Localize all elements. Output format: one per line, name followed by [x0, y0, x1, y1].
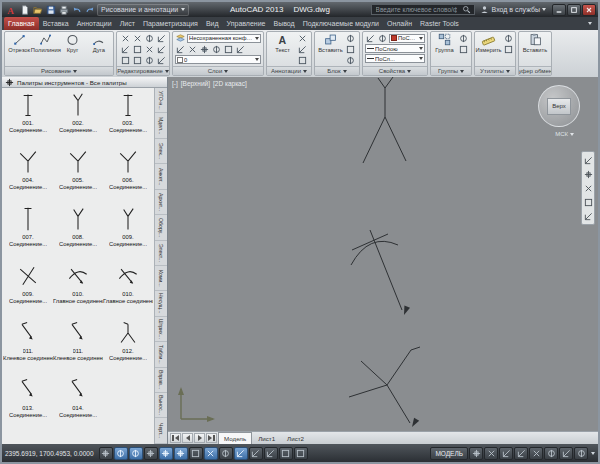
draw-tool-button[interactable]: Отрезок	[7, 33, 31, 53]
palette-item[interactable]: 010.Главное соединение 2	[103, 261, 153, 318]
first-layout-button[interactable]	[170, 433, 181, 443]
layout-tab[interactable]: Лист2	[281, 432, 310, 444]
layout-tab[interactable]: Модель	[218, 432, 252, 444]
modify-tool-icon[interactable]	[120, 44, 131, 54]
ribbon-tab[interactable]: Главная	[4, 17, 39, 30]
status-utility-icon[interactable]	[529, 447, 543, 460]
next-layout-button[interactable]	[194, 433, 205, 443]
navbar-tool-icon[interactable]	[583, 169, 594, 179]
palette-item[interactable]: 007.Соединение...	[3, 204, 53, 261]
palette-item[interactable]: 011.Клеевое соединение 2	[53, 318, 103, 375]
panel-label-annotation[interactable]: Аннотации	[267, 66, 311, 75]
palette-group-tab[interactable]: Несущ...	[155, 291, 167, 316]
ortho-toggle[interactable]	[144, 447, 158, 460]
navbar-tool-icon[interactable]	[583, 155, 594, 165]
open-button[interactable]	[31, 4, 44, 16]
layer-tool-icon[interactable]	[223, 44, 234, 54]
palette-item[interactable]: 013.Соединение...	[3, 375, 53, 432]
palette-group-tab[interactable]: Табли...	[155, 342, 167, 367]
ribbon-tab[interactable]: Вставка	[39, 17, 73, 30]
modify-tool-icon[interactable]	[120, 55, 131, 65]
palette-item[interactable]: 011.Клеевое соединение	[3, 318, 53, 375]
lineweight-combo[interactable]: ПоСл...	[365, 54, 425, 63]
palette-item[interactable]: 012.Соединение...	[103, 318, 153, 375]
lineweight-toggle[interactable]	[249, 447, 263, 460]
snap-toggle[interactable]	[114, 447, 128, 460]
utility-tool-icon[interactable]	[503, 44, 514, 54]
modify-tool-icon[interactable]	[120, 33, 131, 43]
new-file-button[interactable]	[18, 4, 31, 16]
object-color-combo[interactable]: ПоСлою	[389, 34, 425, 43]
status-utility-icon[interactable]	[469, 447, 483, 460]
layer-tool-icon[interactable]	[199, 44, 210, 54]
selection-cycling-toggle[interactable]	[294, 447, 308, 460]
layer-states-icon[interactable]	[175, 33, 186, 43]
ribbon-tab[interactable]: Вывод	[270, 17, 299, 30]
annotation-tool-icon[interactable]	[297, 44, 308, 54]
block-tool-icon[interactable]	[345, 33, 356, 43]
layer-tool-icon[interactable]	[235, 44, 246, 54]
block-tool-icon[interactable]	[345, 55, 356, 65]
redo-button[interactable]	[83, 4, 96, 16]
utility-tool-icon[interactable]	[503, 33, 514, 43]
palette-group-tab[interactable]: Коми...	[155, 266, 167, 291]
palette-item[interactable]: 001.Соединение...	[3, 90, 53, 147]
palette-item[interactable]: 008.Соединение...	[53, 204, 103, 261]
panel-label-layers[interactable]: Слои	[173, 66, 263, 75]
group-button[interactable]: Группа	[433, 33, 456, 53]
panel-label-block[interactable]: Блок	[315, 66, 359, 75]
palette-group-tab[interactable]: Вынос...	[155, 393, 167, 418]
ribbon-tab[interactable]: Онлайн	[383, 17, 416, 30]
palette-item[interactable]: 014.Соединение...	[53, 375, 103, 432]
palette-item[interactable]: 006.Соединение...	[103, 147, 153, 204]
palette-group-tab[interactable]: Архит...	[155, 190, 167, 215]
text-button[interactable]: AТекст	[270, 33, 295, 53]
annotation-tool-icon[interactable]	[297, 33, 308, 43]
palette-item[interactable]: 002.Соединение...	[53, 90, 103, 147]
last-layout-button[interactable]	[206, 433, 217, 443]
ribbon-tab[interactable]: Вид	[202, 17, 223, 30]
minimize-button[interactable]	[552, 4, 566, 16]
ribbon-tab[interactable]: Подключаемые модули	[299, 17, 383, 30]
palette-group-tab[interactable]: УГО-н...	[155, 88, 167, 113]
palette-group-tab[interactable]: Штрих...	[155, 317, 167, 342]
group-tool-icon[interactable]	[458, 44, 469, 54]
polar-toggle[interactable]	[159, 447, 173, 460]
quick-properties-toggle[interactable]	[279, 447, 293, 460]
status-utility-icon[interactable]	[484, 447, 498, 460]
osnap-toggle[interactable]	[174, 447, 188, 460]
annotation-tool-icon[interactable]	[297, 55, 308, 65]
modify-tool-icon[interactable]	[144, 44, 155, 54]
group-tool-icon[interactable]	[458, 33, 469, 43]
otrack-toggle[interactable]	[204, 447, 218, 460]
tool-palette-header[interactable]: Палитры инструментов - Все палитры	[2, 77, 167, 88]
navbar-tool-icon[interactable]	[583, 211, 594, 221]
tray-menu-caret[interactable]	[591, 452, 595, 455]
panel-label-groups[interactable]: Группы	[431, 66, 471, 75]
search-icon[interactable]	[461, 5, 472, 15]
status-utility-icon[interactable]	[514, 447, 528, 460]
draw-tool-button[interactable]: Круг	[60, 33, 84, 53]
maximize-button[interactable]	[567, 4, 581, 16]
status-utility-icon[interactable]	[544, 447, 558, 460]
palette-item[interactable]: 010.Главное соединение	[53, 261, 103, 318]
ducs-toggle[interactable]	[219, 447, 233, 460]
transparency-toggle[interactable]	[264, 447, 278, 460]
palette-item[interactable]: 009.Соединение...	[103, 204, 153, 261]
modify-tool-icon[interactable]	[156, 44, 167, 54]
search-input[interactable]	[374, 5, 459, 14]
modify-tool-icon[interactable]	[132, 55, 143, 65]
layer-state-combo[interactable]: Несохраненная конфигурация сло...	[187, 34, 261, 43]
navbar-tool-icon[interactable]	[583, 183, 594, 193]
modify-tool-icon[interactable]	[132, 33, 143, 43]
viewcube[interactable]: Верх	[538, 85, 580, 127]
modify-tool-icon[interactable]	[156, 55, 167, 65]
modify-tool-icon[interactable]	[144, 33, 155, 43]
plot-button[interactable]	[57, 4, 70, 16]
panel-label-utilities[interactable]: Утилиты	[475, 66, 515, 75]
palette-group-tab[interactable]: Черт...	[155, 418, 167, 443]
palette-group-tab[interactable]: Мдел...	[155, 113, 167, 138]
layer-tool-icon[interactable]	[211, 44, 222, 54]
insert-block-button[interactable]: Вставить	[318, 33, 343, 53]
application-menu-button[interactable]: A	[4, 4, 17, 16]
